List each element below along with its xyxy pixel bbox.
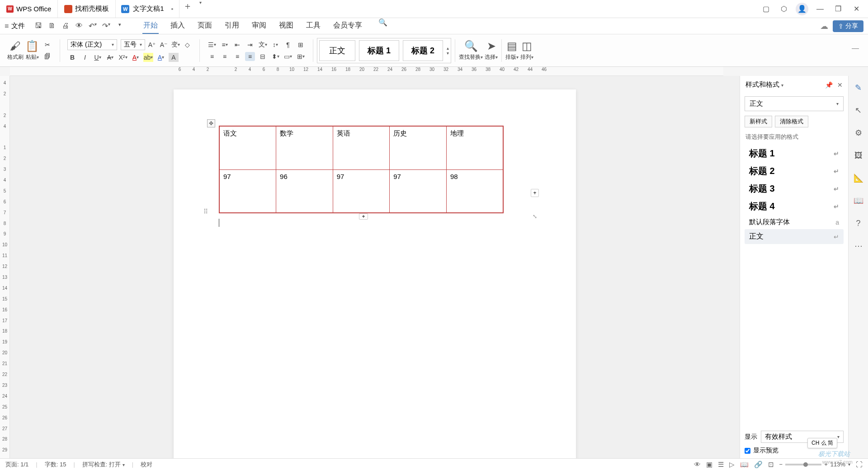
style-h2[interactable]: 标题 2 — [403, 40, 443, 61]
style-item-h3[interactable]: 标题 3↵ — [745, 180, 844, 197]
hamburger-icon[interactable]: ≡ — [5, 22, 9, 30]
file-menu[interactable]: 文件 — [11, 22, 25, 30]
align-left-button[interactable]: ≡ — [207, 52, 217, 61]
change-case-icon[interactable]: 变▾ — [170, 40, 180, 49]
tab-review[interactable]: 审阅 — [251, 18, 267, 34]
font-size-select[interactable]: 五号▾ — [121, 39, 145, 50]
tab-member[interactable]: 会员专享 — [332, 18, 363, 34]
bold-button[interactable]: B — [67, 53, 77, 62]
new-tab-button[interactable]: ＋ — [179, 0, 196, 18]
redo-icon[interactable]: ↷▾ — [102, 22, 111, 30]
style-item-h4[interactable]: 标题 4↵ — [745, 197, 844, 215]
close-window-icon[interactable]: ✕ — [850, 3, 863, 15]
find-replace-button[interactable]: 🔍查找替换▾ — [459, 40, 483, 61]
cube-icon[interactable]: ⬡ — [778, 3, 790, 15]
select-button[interactable]: ➤选择▾ — [485, 40, 498, 61]
add-row-button[interactable]: + — [359, 213, 368, 220]
select-tool-icon[interactable]: ↖ — [852, 104, 865, 117]
highlight-button[interactable]: ab▾ — [143, 53, 153, 62]
zoom-value[interactable]: 113% — [830, 461, 845, 468]
clear-format-button[interactable]: 清除格式 — [775, 116, 808, 127]
current-style-select[interactable]: 正文▾ — [745, 96, 844, 111]
align-center-button[interactable]: ≡ — [220, 52, 230, 61]
style-item-body[interactable]: 正文↵ — [745, 229, 844, 244]
align-right-button[interactable]: ≡ — [232, 52, 242, 61]
phonetic-guide-button[interactable]: 文▾ — [258, 40, 268, 49]
decrease-font-icon[interactable]: A⁻ — [159, 40, 169, 49]
web-view-icon[interactable]: ▷ — [729, 461, 735, 469]
settings-tool-icon[interactable]: ⚙ — [852, 127, 865, 139]
ruler-tool-icon[interactable]: 📐 — [852, 172, 865, 184]
minimize-icon[interactable]: — — [814, 3, 826, 15]
drag-handle-icon[interactable]: ⠿ — [203, 208, 208, 215]
collapse-ribbon-icon[interactable]: — — [852, 44, 864, 57]
outline-view-icon[interactable]: ☰ — [718, 461, 724, 469]
style-item-h2[interactable]: 标题 2↵ — [745, 162, 844, 180]
zoom-control[interactable]: − + 113%▾ — [779, 461, 850, 468]
arrange-button[interactable]: ◫排列▾ — [520, 40, 533, 61]
line-spacing-button[interactable]: ⬍▾ — [270, 52, 280, 61]
italic-button[interactable]: I — [80, 53, 90, 62]
vertical-ruler[interactable]: 4224123456789101112131415161718192021222… — [0, 76, 10, 458]
wps-home-tab[interactable]: W WPS Office — [0, 0, 58, 18]
clear-format-icon[interactable]: ◇ — [182, 40, 192, 49]
borders-button[interactable]: ⊞▾ — [296, 52, 306, 61]
superscript-button[interactable]: X²▾ — [118, 53, 128, 62]
print-preview-icon[interactable]: 👁 — [75, 22, 84, 30]
reading-mode-icon[interactable]: ▢ — [760, 3, 772, 15]
page-indicator[interactable]: 页面: 1/1 — [5, 461, 28, 469]
document-tab[interactable]: W 文字文稿1 • — [116, 0, 179, 18]
edit-tool-icon[interactable]: ✎ — [852, 81, 865, 94]
tab-menu-dropdown[interactable]: ▾ — [196, 0, 205, 18]
tab-insert[interactable]: 插入 — [170, 18, 186, 34]
tab-tools[interactable]: 工具 — [305, 18, 321, 34]
table-cell[interactable]: 97 — [390, 169, 447, 213]
page-view-icon[interactable]: ▣ — [706, 461, 712, 469]
increase-indent-button[interactable]: ⇥ — [245, 40, 255, 49]
tab-view[interactable]: 视图 — [278, 18, 294, 34]
share-button[interactable]: ⇪分享 — [833, 20, 863, 32]
link-icon[interactable]: 🔗 — [754, 461, 763, 469]
table-cell[interactable]: 96 — [276, 169, 333, 213]
table-cell[interactable]: 语文 — [219, 126, 276, 169]
show-marks-button[interactable]: ¶ — [283, 40, 293, 49]
print-icon[interactable]: 🖨 — [61, 22, 70, 30]
text-fill-button[interactable]: A▾ — [156, 53, 166, 62]
paste-button[interactable]: 📋粘贴▾ — [25, 40, 39, 61]
strikethrough-button[interactable]: A▾ — [105, 53, 115, 62]
more-tools-icon[interactable]: ⋯ — [852, 240, 865, 252]
templates-tab[interactable]: 找稻壳模板 — [58, 0, 116, 18]
close-pane-icon[interactable]: ✕ — [837, 81, 843, 89]
book-tool-icon[interactable]: 📖 — [852, 194, 865, 207]
help-icon[interactable]: ? — [852, 217, 865, 230]
style-body[interactable]: 正文 — [319, 40, 355, 61]
font-family-select[interactable]: 宋体 (正文)▾ — [67, 39, 117, 50]
table-resize-handle-icon[interactable]: ⤡ — [533, 213, 537, 220]
eye-icon[interactable]: 👁 — [694, 461, 701, 468]
tab-start[interactable]: 开始 — [142, 18, 159, 34]
proof-status[interactable]: 校对 — [141, 461, 152, 469]
numbering-button[interactable]: ≡▾ — [220, 40, 230, 49]
tabs-button[interactable]: ⊞ — [296, 40, 306, 49]
copy-icon[interactable]: 🗐 — [42, 52, 52, 61]
cloud-icon[interactable]: ☁ — [820, 21, 828, 31]
fit-icon[interactable]: ⊡ — [768, 461, 774, 469]
style-h1[interactable]: 标题 1 — [359, 40, 399, 61]
maximize-icon[interactable]: ❐ — [832, 3, 844, 15]
zoom-in-icon[interactable]: + — [824, 461, 828, 468]
document-table[interactable]: 语文 数学 英语 历史 地理 97 96 97 97 98 — [219, 126, 504, 213]
document-canvas[interactable]: ✥ 语文 数学 英语 历史 地理 97 96 97 97 98 — [10, 76, 740, 458]
style-item-h1[interactable]: 标题 1↵ — [745, 145, 844, 162]
read-view-icon[interactable]: 📖 — [740, 461, 749, 469]
table-cell[interactable]: 97 — [333, 169, 390, 213]
pin-icon[interactable]: 📌 — [825, 81, 833, 89]
layout-button[interactable]: ▤排版▾ — [505, 40, 519, 61]
pane-dropdown-icon[interactable]: ▾ — [781, 83, 783, 88]
format-painter-button[interactable]: 🖌格式刷 — [7, 40, 24, 61]
cut-icon[interactable]: ✂ — [42, 40, 52, 49]
font-color-button[interactable]: A▾ — [131, 53, 141, 62]
table-cell[interactable]: 数学 — [276, 126, 333, 169]
gallery-scroll[interactable]: ▴▾ — [447, 46, 449, 56]
shading-button[interactable]: ▭▾ — [283, 52, 293, 61]
align-justify-button[interactable]: ≡ — [245, 52, 255, 61]
